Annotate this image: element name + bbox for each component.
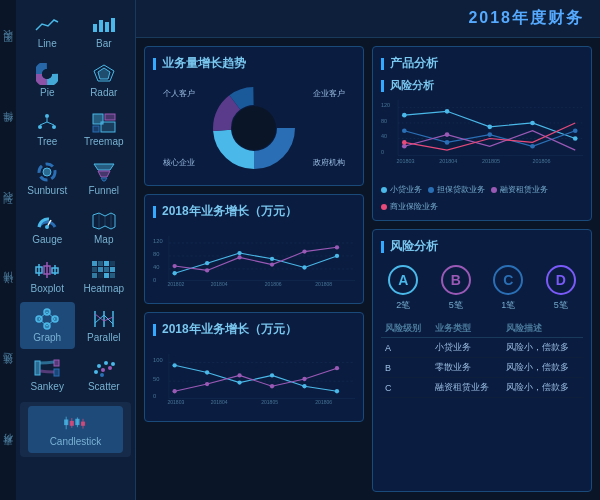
svg-point-69 [100,373,104,377]
svg-rect-46 [98,273,103,278]
svg-point-141 [445,109,450,114]
sidebar-item-heatmap[interactable]: Heatmap [77,253,132,300]
circle-letter-c: C [493,265,523,295]
svg-rect-77 [80,422,84,426]
sidebar-item-scatter[interactable]: Scatter [77,351,132,398]
svg-rect-73 [69,421,73,426]
svg-text:201804: 201804 [211,399,228,405]
sidebar-item-map[interactable]: Map [77,204,132,251]
sidebar-item-sunburst[interactable]: Sunburst [20,155,75,202]
sidebar-item-tree[interactable]: Tree [20,106,75,153]
svg-point-143 [530,121,535,126]
svg-text:201806: 201806 [265,281,282,287]
svg-rect-4 [111,18,115,32]
legend-label-insurance: 商业保险业务 [390,201,438,212]
sidebar-label-gauge: Gauge [32,234,62,245]
risk-col-desc: 风险描述 [502,320,583,338]
sidebar-label-treemap: Treemap [84,136,124,147]
svg-point-120 [335,389,339,393]
svg-point-100 [237,255,241,259]
svg-rect-71 [64,420,68,426]
sidebar-label-radar: Radar [90,87,117,98]
business-growth-2-panel: 2018年业务增长（万元） 100 50 0 [144,312,364,422]
business-trend-panel: 业务量增长趋势 个人客户 企业客户 核心企业 政府机构 [144,46,364,186]
risk-row-a: A 小贷业务 风险小，偿款多 [381,338,583,358]
risk-analysis-panel: 风险分析 A 2笔 B 5笔 C 1笔 D [372,229,592,492]
risk-analysis-title: 风险分析 [381,238,583,255]
page-title: 2018年度财务 [468,9,584,26]
sidebar-label-funnel: Funnel [88,185,119,196]
sidebar-label-sankey: Sankey [31,381,64,392]
sidebar-item-gauge[interactable]: Gauge [20,204,75,251]
svg-text:0: 0 [153,393,156,399]
legend-dot-lease [491,187,497,193]
content-area: 业务量增长趋势 个人客户 企业客户 核心企业 政府机构 [136,38,600,500]
svg-point-93 [205,261,209,265]
treemap-chart-icon [90,112,118,134]
label-material: 素材 [1,450,15,454]
svg-text:201804: 201804 [439,158,457,164]
risk-col-type: 业务类型 [431,320,502,338]
sidebar-item-candlestick[interactable]: Candlestick [28,406,123,453]
svg-rect-38 [98,261,103,266]
sidebar-item-parallel[interactable]: Parallel [77,302,132,349]
sidebar-item-graph[interactable]: Graph [20,302,75,349]
product-line-chart-svg: 120 80 40 0 [381,97,583,180]
sidebar-item-funnel[interactable]: Funnel [77,155,132,202]
sidebar-label-graph: Graph [33,332,61,343]
sidebar-label-parallel: Parallel [87,332,120,343]
label-components: 组件 [1,127,15,131]
donut-label-personal: 个人客户 [163,88,195,99]
svg-point-96 [302,265,306,269]
legend-dot-small-loan [381,187,387,193]
sidebar-item-sankey[interactable]: Sankey [20,351,75,398]
svg-point-115 [172,363,176,367]
sunburst-chart-icon [33,161,61,183]
chart-legend: 小贷业务 担保贷款业务 融资租赁业务 商业保险业务 [381,184,583,212]
sankey-chart-icon [33,357,61,379]
svg-point-116 [205,370,209,374]
sidebar: Line Bar [16,0,136,500]
svg-point-119 [302,384,306,388]
sidebar-item-pie[interactable]: Pie [20,57,75,104]
business-trend-title: 业务量增长趋势 [153,55,355,72]
svg-point-92 [172,271,176,275]
page-header: 2018年度财务 [136,0,600,38]
risk-cell-type-a: 小贷业务 [431,338,502,358]
svg-point-121 [172,389,176,393]
legend-dot-guarantee [428,187,434,193]
sidebar-chart-grid: Line Bar [16,8,135,398]
circle-label-c: 1笔 [501,299,515,312]
risk-cell-level-b: B [381,358,431,378]
line-chart-icon [33,14,61,36]
svg-point-142 [487,125,492,130]
sidebar-item-boxplot[interactable]: Boxplot [20,253,75,300]
svg-rect-44 [110,267,115,272]
sidebar-label-tree: Tree [37,136,57,147]
sidebar-item-treemap[interactable]: Treemap [77,106,132,153]
sidebar-label-heatmap: Heatmap [83,283,124,294]
svg-point-152 [402,140,407,145]
business-growth-1-title: 2018年业务增长（万元） [153,203,355,220]
circle-label-a: 2笔 [396,299,410,312]
sidebar-label-scatter: Scatter [88,381,120,392]
svg-text:100: 100 [153,357,163,363]
sidebar-item-line[interactable]: Line [20,8,75,55]
sidebar-item-bar[interactable]: Bar [77,8,132,55]
bar-chart-icon [90,14,118,36]
risk-table: 风险级别 业务类型 风险描述 A 小贷业务 风险小，偿款多 B [381,320,583,398]
svg-point-117 [237,380,241,384]
svg-text:80: 80 [153,251,159,257]
svg-point-98 [172,264,176,268]
svg-text:0: 0 [153,277,156,283]
legend-label-guarantee: 担保贷款业务 [437,184,485,195]
sidebar-item-radar[interactable]: Radar [77,57,132,104]
circle-label-d: 5笔 [554,299,568,312]
label-charts: 图表 [1,46,15,50]
svg-point-101 [270,262,274,266]
risk-cell-desc-c: 风险小，偿款多 [502,378,583,398]
graph-chart-icon [33,308,61,330]
svg-rect-60 [35,361,40,375]
svg-point-82 [232,106,276,150]
svg-point-68 [111,362,115,366]
